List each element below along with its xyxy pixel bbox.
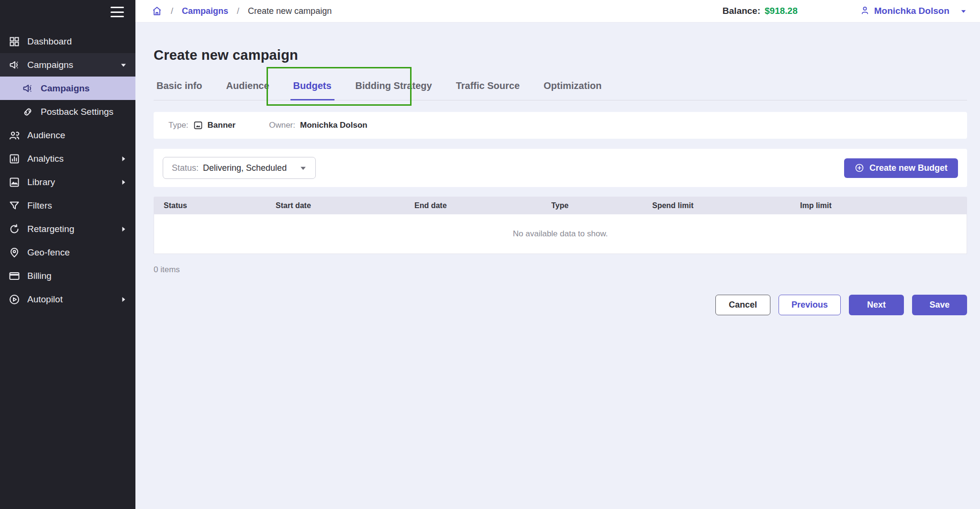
sidebar-item-label: Audience [27, 130, 65, 141]
column-header-imp-limit[interactable]: Imp limit [800, 201, 967, 210]
sidebar-item-geo-fence[interactable]: Geo-fence [0, 241, 135, 264]
sidebar-item-filters[interactable]: Filters [0, 194, 135, 217]
create-new-budget-button[interactable]: Create new Budget [844, 158, 958, 178]
user-icon [860, 5, 870, 17]
chevron-right-icon [120, 155, 127, 162]
home-icon[interactable] [152, 6, 162, 16]
sidebar-item-label: Retargeting [27, 224, 74, 234]
sidebar: Dashboard Campaigns Campaigns Postback S… [0, 0, 135, 509]
status-filter-value: Delivering, Scheduled [203, 163, 287, 173]
column-header-status[interactable]: Status [164, 201, 276, 210]
owner-value: Monichka Dolson [300, 121, 368, 130]
user-menu[interactable]: Monichka Dolson [860, 5, 967, 17]
budget-filter-card: Status: Delivering, Scheduled Create new… [154, 149, 967, 187]
column-header-spend-limit[interactable]: Spend limit [652, 201, 800, 210]
balance-label: Balance: [723, 6, 760, 16]
tab-bar: Basic info Audience Budgets Bidding Stra… [154, 74, 967, 100]
items-count: 0 items [154, 265, 967, 275]
user-name: Monichka Dolson [874, 6, 949, 16]
tab-budgets[interactable]: Budgets [290, 74, 334, 100]
sidebar-item-audience[interactable]: Audience [0, 123, 135, 147]
table-header-row: Status Start date End date Type Spend li… [154, 197, 967, 214]
dashboard-grid-icon [9, 36, 20, 47]
budgets-table: Status Start date End date Type Spend li… [154, 197, 967, 254]
tab-bidding-strategy[interactable]: Bidding Strategy [353, 74, 435, 100]
chevron-down-icon [120, 62, 127, 68]
empty-state-text: No available data to show. [513, 229, 608, 239]
chevron-down-icon [300, 165, 307, 172]
balance: Balance: $918.28 [723, 6, 798, 16]
breadcrumb-current: Create new campaign [248, 6, 332, 16]
previous-button[interactable]: Previous [779, 295, 841, 315]
tab-audience[interactable]: Audience [223, 74, 272, 100]
topbar: / Campaigns / Create new campaign Balanc… [135, 0, 980, 22]
megaphone-icon [22, 83, 33, 94]
sidebar-item-campaigns-parent[interactable]: Campaigns [0, 53, 135, 77]
users-icon [9, 130, 20, 141]
column-header-end-date[interactable]: End date [414, 201, 551, 210]
banner-type-icon [193, 121, 203, 130]
sidebar-item-autopilot[interactable]: Autopilot [0, 288, 135, 311]
credit-card-icon [9, 270, 20, 282]
play-circle-icon [9, 294, 20, 305]
sidebar-item-label: Campaigns [27, 60, 73, 70]
sidebar-item-label: Library [27, 177, 55, 188]
type-label: Type: [168, 121, 189, 130]
megaphone-icon [9, 59, 20, 71]
type-value: Banner [208, 121, 236, 130]
status-filter-dropdown[interactable]: Status: Delivering, Scheduled [163, 157, 316, 179]
sidebar-nav: Dashboard Campaigns Campaigns Postback S… [0, 30, 135, 311]
sidebar-item-label: Filters [27, 200, 52, 211]
main-content: Create new campaign Basic info Audience … [154, 22, 967, 315]
sidebar-item-label: Billing [27, 271, 52, 281]
sidebar-item-label: Geo-fence [27, 247, 70, 258]
funnel-icon [9, 200, 20, 211]
sidebar-item-label: Analytics [27, 154, 64, 164]
breadcrumb-separator: / [171, 6, 173, 16]
sidebar-item-label: Dashboard [27, 36, 72, 47]
table-empty-state: No available data to show. [154, 214, 967, 254]
map-pin-icon [9, 247, 20, 258]
status-filter-label: Status: [172, 163, 199, 173]
balance-value: $918.28 [765, 6, 798, 16]
sidebar-item-billing[interactable]: Billing [0, 264, 135, 288]
campaign-info-card: Type: Banner Owner: Monichka Dolson [154, 112, 967, 139]
breadcrumb-separator: / [237, 6, 239, 16]
create-new-budget-label: Create new Budget [869, 163, 947, 173]
sidebar-item-library[interactable]: Library [0, 170, 135, 194]
column-header-start-date[interactable]: Start date [276, 201, 414, 210]
owner-pair: Owner: Monichka Dolson [269, 121, 368, 130]
menu-icon[interactable] [111, 7, 124, 17]
sidebar-item-label: Autopilot [27, 294, 63, 305]
type-pair: Type: Banner [168, 121, 235, 130]
sidebar-item-postback-settings[interactable]: Postback Settings [0, 100, 135, 123]
chevron-right-icon [120, 179, 127, 186]
plus-circle-icon [855, 163, 864, 173]
chevron-down-icon [960, 8, 967, 14]
refresh-icon [9, 223, 20, 235]
page-title: Create new campaign [154, 47, 967, 63]
owner-label: Owner: [269, 121, 295, 130]
breadcrumb: / Campaigns / Create new campaign [152, 6, 332, 16]
bar-chart-icon [9, 153, 20, 165]
sidebar-item-campaigns[interactable]: Campaigns [0, 77, 135, 100]
next-button[interactable]: Next [849, 295, 904, 315]
cancel-button[interactable]: Cancel [715, 295, 770, 315]
tab-traffic-source[interactable]: Traffic Source [453, 74, 523, 100]
form-actions: Cancel Previous Next Save [154, 295, 967, 315]
sidebar-item-label: Campaigns [41, 83, 89, 94]
topbar-right: Balance: $918.28 Monichka Dolson [723, 5, 967, 17]
save-button[interactable]: Save [912, 295, 967, 315]
image-icon [9, 177, 20, 188]
sidebar-item-retargeting[interactable]: Retargeting [0, 217, 135, 241]
sidebar-item-dashboard[interactable]: Dashboard [0, 30, 135, 53]
tab-basic-info[interactable]: Basic info [154, 74, 205, 100]
sidebar-item-label: Postback Settings [41, 107, 113, 117]
sidebar-item-analytics[interactable]: Analytics [0, 147, 135, 170]
tab-optimization[interactable]: Optimization [541, 74, 604, 100]
chevron-right-icon [120, 226, 127, 232]
column-header-type[interactable]: Type [551, 201, 652, 210]
link-icon [22, 106, 33, 118]
chevron-right-icon [120, 296, 127, 303]
breadcrumb-link-campaigns[interactable]: Campaigns [182, 6, 228, 16]
